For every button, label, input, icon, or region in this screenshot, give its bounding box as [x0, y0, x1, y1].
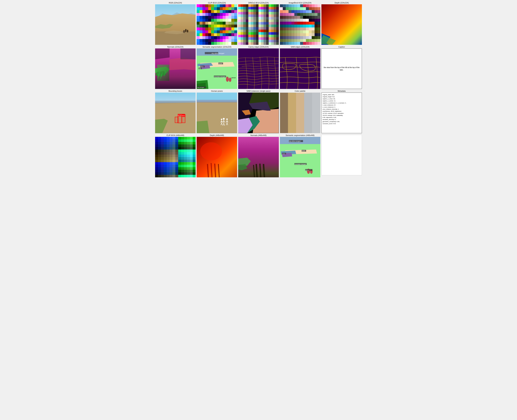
- img-poses: [197, 93, 237, 133]
- svg-rect-99: [238, 137, 279, 177]
- cell-sam-inst: SAM instances (single pass): [238, 90, 279, 133]
- label-semantic: Semantic segmentation (224x224): [202, 46, 232, 48]
- caption-text: the view from the top of the hill at the…: [323, 66, 360, 71]
- cell-dino: DINOv2-B/14 (224x224): [238, 2, 279, 45]
- normals448-svg: [238, 137, 279, 177]
- svg-line-104: [263, 164, 264, 177]
- imagebind-canvas: [280, 4, 320, 45]
- svg-rect-56: [182, 117, 185, 123]
- svg-point-7: [185, 29, 187, 32]
- label-semantic448: Semantic segmentation (448x448): [285, 134, 315, 136]
- svg-line-103: [260, 164, 261, 177]
- img-palette: [280, 93, 320, 133]
- cell-depth448: Depth (448x448): [197, 134, 237, 177]
- svg-text:mountain-merged: mountain-merged: [294, 163, 306, 165]
- svg-rect-24: [180, 48, 195, 59]
- img-dino: [238, 4, 279, 45]
- clip448-canvas: [155, 137, 195, 177]
- cell-caption: Caption the view from the top of the hil…: [322, 46, 362, 89]
- svg-line-20: [158, 74, 159, 78]
- svg-point-9: [183, 30, 185, 33]
- cell-bbox: Bounding boxes: [155, 90, 195, 133]
- label-clip448: CLIP-B/16 (448x448): [166, 134, 184, 136]
- svg-text:sand: sand: [218, 63, 222, 65]
- img-sam-edges: [280, 48, 320, 89]
- sam-inst-svg: [238, 93, 279, 133]
- cell-empty: [322, 134, 362, 177]
- img-rgb: [155, 4, 195, 45]
- img-clip: [197, 4, 237, 45]
- cell-imagebind: ImageBind-H/14 (224x224): [280, 2, 320, 45]
- rgb-svg: [155, 4, 195, 45]
- img-empty: [322, 135, 362, 175]
- svg-line-102: [256, 164, 257, 177]
- label-rgb: RGB (224x224): [169, 2, 182, 4]
- cell-depth: Depth (224x224): [322, 2, 362, 45]
- cell-semantic: Semantic segmentation (224x224) sky-othe…: [197, 46, 237, 89]
- semantic-svg: sky-other-merged sky-other-merged sand o…: [197, 48, 237, 89]
- svg-marker-107: [280, 144, 320, 177]
- svg-text:tree-merged: tree-merged: [197, 87, 204, 88]
- svg-line-21: [160, 74, 161, 79]
- cell-semantic448: Semantic segmentation (448x448) sky-othe…: [280, 134, 320, 177]
- svg-point-79: [221, 119, 222, 120]
- label-clip: CLIP-B/16 (224x224): [208, 2, 226, 4]
- svg-text:person: person: [305, 169, 309, 171]
- main-grid: RGB (224x224): [155, 2, 362, 177]
- cell-normals448: Normals (448x448): [238, 134, 279, 177]
- cell-sam-edges: SAM edges (224x224): [280, 46, 320, 89]
- svg-point-8: [187, 30, 188, 33]
- label-canny: Canny edges (224x224): [248, 46, 269, 48]
- normals-svg: [155, 48, 195, 89]
- svg-marker-23: [155, 48, 170, 59]
- bbox-svg: per:perso pers:t: [155, 93, 195, 133]
- cell-clip: CLIP-B/16 (224x224): [197, 2, 237, 45]
- sam-edges-svg: [280, 48, 320, 89]
- cell-rgb: RGB (224x224): [155, 2, 195, 45]
- palette-swatch-3: [296, 93, 304, 133]
- svg-point-46: [229, 78, 232, 82]
- label-bbox: Bounding boxes: [169, 90, 182, 92]
- svg-text:other: other: [200, 66, 204, 68]
- svg-rect-57: [175, 117, 178, 123]
- metadata-text: original_width: 800, original_height: 51…: [322, 94, 361, 125]
- clip-canvas: [197, 4, 237, 45]
- cell-canny: Canny edges (224x224): [238, 46, 279, 89]
- cell-palette: Color palette: [280, 90, 320, 133]
- svg-line-18: [161, 73, 162, 77]
- svg-marker-66: [197, 121, 209, 133]
- label-depth448: Depth (448x448): [210, 134, 224, 136]
- label-normals: Normals (224x224): [167, 46, 184, 48]
- canny-svg: [238, 48, 279, 89]
- svg-point-45: [226, 77, 229, 82]
- label-dino: DINOv2-B/14 (224x224): [248, 2, 269, 4]
- cell-normals: Normals (224x224): [155, 46, 195, 89]
- svg-text:person: person: [232, 77, 236, 79]
- img-depth: [322, 4, 362, 45]
- img-semantic448: sky-other-merged sand water mountain-mer…: [280, 137, 320, 177]
- svg-marker-22: [170, 58, 195, 70]
- svg-text:sky-other-merged: sky-other-merged: [289, 140, 300, 142]
- label-caption: Caption: [338, 46, 345, 48]
- palette-swatch-4: [304, 93, 312, 133]
- img-sam-inst: [238, 93, 279, 133]
- svg-text:water: water: [282, 153, 285, 154]
- palette-swatch-2: [288, 93, 296, 133]
- img-normals448: [238, 137, 279, 177]
- metadata-content: original_width: 800, original_height: 51…: [322, 93, 362, 133]
- svg-text:sea: sea: [199, 68, 201, 69]
- svg-text:pers:t: pers:t: [182, 115, 185, 117]
- semantic448-svg: sky-other-merged sand water mountain-mer…: [280, 137, 320, 177]
- label-poses: Human poses: [211, 90, 223, 92]
- svg-text:mountain-merged: mountain-merged: [214, 76, 225, 78]
- label-normals448: Normals (448x448): [250, 134, 267, 136]
- svg-text:sand: sand: [302, 150, 305, 152]
- cell-poses: Human poses: [197, 90, 237, 133]
- palette-swatch-1: [280, 93, 288, 133]
- svg-text:sky-other-merged: sky-other-merged: [211, 52, 224, 54]
- label-sam-inst: SAM instances (single pass): [247, 90, 270, 92]
- img-clip448: [155, 137, 195, 177]
- img-bbox: per:perso pers:t: [155, 93, 195, 133]
- caption-content: the view from the top of the hill at the…: [322, 48, 362, 89]
- svg-marker-15: [155, 67, 170, 75]
